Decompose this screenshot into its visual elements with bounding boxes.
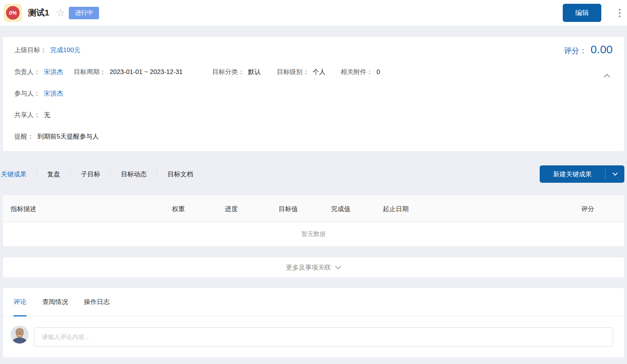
column-score: 评分	[581, 205, 594, 213]
goal-meta-row: 负责人： 宋洪杰 目标周期： 2023-01-01 ~ 2023-12-31 目…	[14, 68, 380, 76]
category-label: 目标分类：	[212, 68, 244, 76]
tab-operation-log[interactable]: 操作日志	[84, 288, 110, 316]
more-related-items-expander[interactable]: 更多及事项关联	[3, 258, 624, 278]
period-value: 2023-01-01 ~ 2023-12-31	[110, 68, 183, 76]
tab-goal-docs[interactable]: 目标文档	[157, 170, 203, 179]
status-badge: 进行中	[69, 7, 99, 19]
create-key-result-button[interactable]: 新建关键成果	[540, 165, 624, 183]
top-bar: 0% 测试1 ☆ 进行中 编辑	[0, 0, 627, 26]
tab-review[interactable]: 复盘	[37, 170, 70, 179]
tab-read-status[interactable]: 查阅情况	[42, 288, 68, 316]
shared-row: 共享人： 无	[14, 111, 50, 119]
favorite-star-icon[interactable]: ☆	[56, 8, 65, 18]
reminder-value: 到期前5天提醒参与人	[37, 132, 99, 141]
column-weight: 权重	[172, 205, 185, 213]
column-completed-value: 完成值	[331, 205, 350, 213]
comment-tab-bar: 评论 查阅情况 操作日志	[3, 288, 624, 316]
chevron-down-icon[interactable]	[605, 172, 624, 176]
goal-progress-icon: 0%	[6, 6, 20, 20]
tab-sub-goals[interactable]: 子目标	[71, 170, 110, 179]
level-value: 个人	[313, 68, 325, 76]
edit-button[interactable]: 编辑	[563, 4, 601, 22]
attachments-label: 相关附件：	[341, 68, 373, 76]
participants-row: 参与人： 宋洪杰	[14, 89, 63, 98]
key-results-table: 指标描述 权重 进度 目标值 完成值 起止日期 评分 暂无数据	[3, 195, 624, 246]
page-title: 测试1	[28, 7, 49, 19]
create-key-result-label: 新建关键成果	[540, 170, 605, 179]
parent-goal-link[interactable]: 完成100元	[50, 46, 80, 54]
comment-input[interactable]	[34, 327, 613, 347]
more-menu-icon[interactable]	[617, 7, 622, 19]
column-target-value: 目标值	[279, 205, 298, 213]
period-label: 目标周期：	[74, 68, 106, 76]
shared-label: 共享人：	[14, 111, 40, 119]
column-date-range: 起止日期	[383, 205, 409, 213]
parent-goal-label: 上级目标：	[14, 46, 46, 54]
column-progress: 进度	[225, 205, 238, 213]
tab-goal-activity[interactable]: 目标动态	[111, 170, 157, 179]
owner-label: 负责人：	[14, 68, 40, 76]
score-display: 评分： 0.00	[564, 43, 613, 56]
section-tab-bar: 关键成果 复盘 子目标 目标动态 目标文档	[1, 165, 203, 183]
participants-link[interactable]: 宋洪杰	[44, 89, 63, 98]
more-related-items-label: 更多及事项关联	[286, 263, 331, 272]
level-label: 目标级别：	[277, 68, 309, 76]
collapse-panel-chevron-up-icon[interactable]	[604, 73, 610, 78]
shared-value: 无	[44, 111, 50, 119]
score-label: 评分：	[564, 46, 587, 56]
participants-label: 参与人：	[14, 89, 40, 98]
comment-compose-row	[3, 316, 624, 358]
tab-comments[interactable]: 评论	[14, 288, 26, 316]
chevron-down-icon	[335, 265, 341, 270]
user-avatar	[11, 325, 29, 344]
category-value: 默认	[248, 68, 261, 76]
tab-key-results[interactable]: 关键成果	[1, 170, 37, 179]
score-value: 0.00	[591, 43, 613, 56]
top-bar-actions: 编辑	[563, 4, 622, 22]
goal-info-panel: 上级目标： 完成100元 评分： 0.00 负责人： 宋洪杰 目标周期： 202…	[3, 37, 624, 151]
attachments-value: 0	[376, 68, 380, 76]
reminder-label: 提醒：	[14, 132, 34, 141]
column-indicator-description: 指标描述	[11, 205, 36, 213]
empty-state-text: 暂无数据	[3, 222, 624, 246]
comment-panel: 评论 查阅情况 操作日志	[3, 288, 624, 358]
parent-goal-row: 上级目标： 完成100元	[14, 46, 80, 54]
owner-link[interactable]: 宋洪杰	[44, 68, 63, 76]
table-header-row: 指标描述 权重 进度 目标值 完成值 起止日期 评分	[3, 195, 624, 222]
goal-icon: 0%	[4, 4, 22, 22]
reminder-row: 提醒： 到期前5天提醒参与人	[14, 132, 99, 141]
